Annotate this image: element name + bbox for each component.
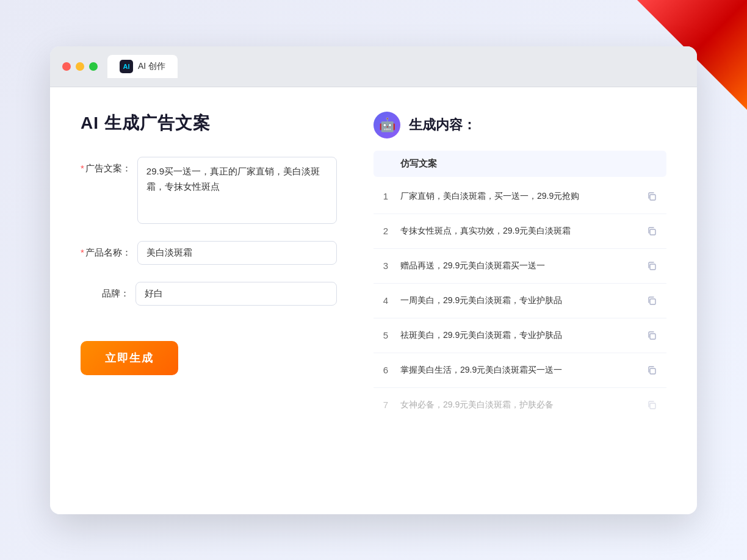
copy-button[interactable] — [643, 397, 660, 414]
browser-window: AI AI 创作 AI 生成广告文案 *广告文案： *产品名称： — [50, 46, 697, 514]
result-row: 3 赠品再送，29.9元美白淡斑霜买一送一 — [374, 249, 666, 284]
row-text: 女神必备，29.9元美白淡斑霜，护肤必备 — [400, 398, 635, 411]
copy-button[interactable] — [643, 327, 660, 344]
svg-rect-1 — [650, 229, 655, 235]
ad-copy-label: *广告文案： — [81, 157, 131, 174]
results-table-container: 仿写文案 1 厂家直销，美白淡斑霜，买一送一，29.9元抢购 2 专抹女性斑点，… — [374, 151, 666, 422]
copy-button[interactable] — [643, 292, 660, 309]
right-panel: 🤖 生成内容： 仿写文案 1 厂家直销，美白淡斑霜，买一送一，29.9元抢购 2… — [374, 112, 666, 484]
product-name-label: *产品名称： — [81, 241, 131, 259]
result-row: 5 祛斑美白，29.9元美白淡斑霜，专业护肤品 — [374, 318, 666, 353]
row-number: 7 — [380, 400, 392, 410]
row-number: 5 — [380, 330, 392, 340]
result-row: 6 掌握美白生活，29.9元美白淡斑霜买一送一 — [374, 353, 666, 388]
row-number: 3 — [380, 260, 392, 271]
results-list: 1 厂家直销，美白淡斑霜，买一送一，29.9元抢购 2 专抹女性斑点，真实功效，… — [374, 179, 666, 422]
copy-button[interactable] — [643, 257, 660, 275]
result-row: 2 专抹女性斑点，真实功效，29.9元美白淡斑霜 — [374, 214, 666, 249]
table-header: 仿写文案 — [374, 151, 666, 177]
brand-row: 品牌： — [81, 282, 337, 306]
copy-button[interactable] — [643, 188, 660, 205]
row-number: 4 — [380, 295, 392, 306]
result-row: 4 一周美白，29.9元美白淡斑霜，专业护肤品 — [374, 284, 666, 318]
minimize-button[interactable] — [76, 62, 84, 71]
ad-copy-row: *广告文案： — [81, 157, 337, 224]
row-number: 6 — [380, 365, 392, 375]
svg-rect-0 — [650, 195, 655, 200]
svg-rect-3 — [650, 299, 655, 304]
copy-button[interactable] — [643, 362, 660, 379]
left-panel: AI 生成广告文案 *广告文案： *产品名称： 品牌： 立即生成 — [81, 112, 337, 484]
copy-button[interactable] — [643, 223, 660, 240]
tab-ai-creation[interactable]: AI AI 创作 — [107, 55, 178, 78]
bot-icon: 🤖 — [374, 112, 400, 138]
row-text: 厂家直销，美白淡斑霜，买一送一，29.9元抢购 — [400, 190, 635, 203]
required-star-1: * — [81, 163, 84, 173]
brand-input[interactable] — [135, 282, 337, 306]
row-number: 1 — [380, 191, 392, 201]
svg-rect-4 — [650, 334, 655, 339]
brand-label: 品牌： — [81, 282, 129, 300]
product-name-row: *产品名称： — [81, 241, 337, 265]
close-button[interactable] — [62, 62, 71, 71]
svg-rect-6 — [650, 403, 655, 409]
svg-rect-2 — [650, 264, 655, 270]
product-name-input[interactable] — [137, 241, 337, 265]
generate-button[interactable]: 立即生成 — [81, 341, 178, 375]
row-number: 2 — [380, 226, 392, 236]
tab-ai-icon: AI — [120, 60, 133, 73]
window-controls — [62, 62, 98, 71]
tab-title-label: AI 创作 — [138, 61, 165, 72]
title-bar: AI AI 创作 — [50, 46, 697, 87]
result-row: 7 女神必备，29.9元美白淡斑霜，护肤必备 — [374, 388, 666, 422]
page-title: AI 生成广告文案 — [81, 112, 337, 135]
svg-rect-5 — [650, 368, 655, 374]
row-text: 专抹女性斑点，真实功效，29.9元美白淡斑霜 — [400, 224, 635, 237]
row-text: 一周美白，29.9元美白淡斑霜，专业护肤品 — [400, 294, 635, 307]
result-row: 1 厂家直销，美白淡斑霜，买一送一，29.9元抢购 — [374, 179, 666, 214]
row-text: 掌握美白生活，29.9元美白淡斑霜买一送一 — [400, 364, 635, 376]
required-star-2: * — [81, 247, 84, 257]
maximize-button[interactable] — [89, 62, 98, 71]
ad-copy-textarea[interactable] — [137, 157, 337, 224]
content-area: AI 生成广告文案 *广告文案： *产品名称： 品牌： 立即生成 — [50, 87, 697, 514]
row-text: 祛斑美白，29.9元美白淡斑霜，专业护肤品 — [400, 329, 635, 342]
results-header: 🤖 生成内容： — [374, 112, 666, 138]
results-title: 生成内容： — [409, 116, 476, 134]
row-text: 赠品再送，29.9元美白淡斑霜买一送一 — [400, 259, 635, 272]
